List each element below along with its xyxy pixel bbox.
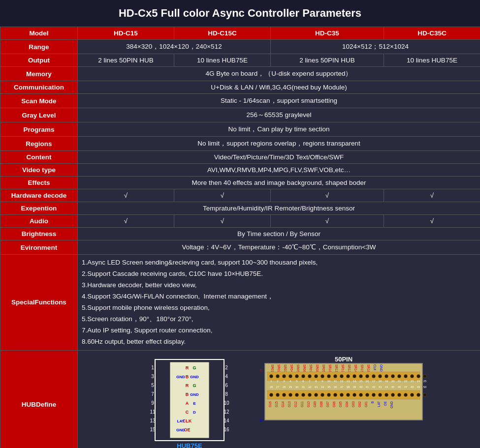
svg-text:37: 37	[340, 386, 344, 388]
main-container: HD-Cx5 Full color Async Controller Param…	[0, 0, 480, 448]
svg-text:32: 32	[308, 386, 312, 388]
svg-text:21: 21	[398, 380, 401, 383]
table-row: Regions No limit，support regions overlap…	[0, 137, 480, 151]
table-row: Evironment Voltage：4V~6V，Temperature：-40…	[0, 240, 480, 255]
svg-point-69	[340, 374, 344, 378]
svg-point-70	[347, 374, 350, 378]
svg-point-61	[289, 374, 292, 378]
svg-text:SR04: SR04	[290, 364, 293, 373]
svg-point-144	[334, 393, 337, 396]
table-row: Brightness By Time section / By Sensor	[0, 228, 480, 240]
svg-text:SR02: SR02	[277, 364, 281, 373]
table-row-hub: HUBDefine 1 3 5 7	[0, 350, 480, 448]
svg-point-137	[289, 393, 292, 396]
brightness-data: By Time section / By Sensor	[78, 228, 480, 240]
svg-text:GND: GND	[176, 375, 185, 379]
table-row: Programs No limit，Can play by time secti…	[0, 122, 480, 137]
output-c35c: 10 lines HUB75E	[384, 54, 480, 67]
output-c35: 2 lines 50PIN HUB	[271, 54, 384, 67]
row-label-regions: Regions	[0, 137, 78, 151]
svg-text:R: R	[185, 365, 189, 370]
svg-text:36: 36	[334, 386, 337, 388]
hw-decode-c35: √	[271, 189, 384, 202]
row-label-scan-mode: Scan Mode	[0, 94, 78, 108]
hw-decode-c35c: √	[384, 189, 480, 202]
svg-text:B: B	[185, 374, 189, 379]
svg-text:48: 48	[411, 386, 414, 388]
svg-text:6: 6	[225, 383, 228, 388]
svg-point-134	[270, 393, 273, 396]
row-label-effects: Effects	[0, 177, 78, 189]
svg-text:G12: G12	[294, 401, 297, 407]
svg-point-80	[411, 374, 414, 378]
svg-text:R: R	[185, 383, 189, 388]
hw-decode-c15c: √	[174, 189, 271, 202]
svg-text:50PIN: 50PIN	[335, 356, 352, 363]
table-row: Effects More then 40 effects and image b…	[0, 177, 480, 189]
svg-text:40: 40	[359, 386, 363, 388]
hub75e-diagram: 1 3 5 7 9 11 13 15 2 4 6 8	[140, 355, 239, 448]
svg-text:23: 23	[411, 380, 414, 383]
table-row: Hardware decode √ √ √ √	[0, 189, 480, 202]
col-hdc15: HD-C15	[78, 27, 174, 40]
svg-text:G07: G07	[326, 401, 329, 407]
svg-text:SR14: SR14	[354, 364, 357, 373]
page-title: HD-Cx5 Full color Async Controller Param…	[0, 0, 480, 27]
svg-text:11: 11	[334, 380, 337, 383]
svg-text:19: 19	[385, 380, 388, 383]
svg-text:SR06: SR06	[303, 364, 306, 373]
svg-text:27: 27	[276, 386, 280, 388]
col-model: Model	[0, 27, 78, 40]
svg-text:28: 28	[283, 386, 286, 388]
svg-point-148	[359, 393, 363, 396]
row-label-content: Content	[0, 151, 78, 164]
svg-text:SR13: SR13	[348, 364, 351, 373]
svg-text:24: 24	[417, 380, 420, 383]
svg-point-146	[347, 393, 350, 396]
table-row-special: SpecialFunctions 1.Async LED Screen send…	[0, 255, 480, 351]
row-label-audio: Audio	[0, 215, 78, 228]
col-hdc35c: HD-C35C	[384, 27, 480, 40]
hub-define-data: 1 3 5 7 9 11 13 15 2 4 6 8	[78, 350, 480, 448]
svg-text:G14: G14	[281, 401, 285, 407]
svg-text:G: G	[192, 383, 196, 388]
svg-text:2: 2	[225, 365, 228, 370]
table-row: Video type AVI,WMV,RMVB,MP4,MPG,FLV,SWF,…	[0, 164, 480, 177]
audio-c15: √	[78, 215, 174, 228]
svg-text:49: 49	[417, 386, 420, 388]
svg-point-79	[404, 374, 408, 378]
pin50-svg: 50PIN VCC SR01 SR02	[260, 355, 427, 448]
programs-data: No limit，Can play by time section	[78, 122, 480, 137]
svg-text:E: E	[193, 401, 196, 406]
svg-point-153	[391, 393, 395, 396]
svg-text:G02: G02	[358, 401, 361, 407]
svg-text:5: 5	[151, 383, 154, 388]
evironment-data: Voltage：4V~6V，Temperature：-40℃~80℃，Consu…	[78, 240, 480, 255]
svg-text:38: 38	[347, 386, 350, 388]
svg-text:50: 50	[423, 386, 427, 388]
row-label-range: Range	[0, 40, 78, 54]
svg-text:45: 45	[391, 386, 395, 388]
regions-data: No limit，support regions overlap，regions…	[78, 137, 480, 151]
row-label-hardware-decode: Hardware decode	[0, 189, 78, 202]
svg-text:30: 30	[295, 386, 299, 388]
svg-text:SR16: SR16	[367, 364, 370, 373]
svg-point-139	[302, 393, 305, 396]
gray-level-data: 256～65535 graylevel	[78, 108, 480, 122]
svg-point-68	[334, 374, 337, 378]
params-table: Model HD-C15 HD-C15C HD-C35 HD-C35C Rang…	[0, 27, 480, 448]
svg-text:SR09: SR09	[322, 364, 325, 373]
pin50-diagram: 50PIN VCC SR01 SR02	[260, 355, 427, 448]
row-label-output: Output	[0, 54, 78, 67]
svg-text:LAT: LAT	[177, 419, 184, 423]
svg-text:46: 46	[398, 386, 401, 388]
svg-point-140	[308, 393, 312, 396]
svg-text:12: 12	[224, 409, 229, 415]
svg-text:B: B	[371, 401, 374, 403]
svg-point-59	[276, 374, 280, 378]
svg-text:20: 20	[391, 380, 395, 383]
svg-text:SR08: SR08	[316, 364, 319, 373]
svg-text:14: 14	[224, 418, 229, 423]
svg-text:SR01: SR01	[271, 364, 274, 373]
svg-text:29: 29	[289, 386, 292, 388]
